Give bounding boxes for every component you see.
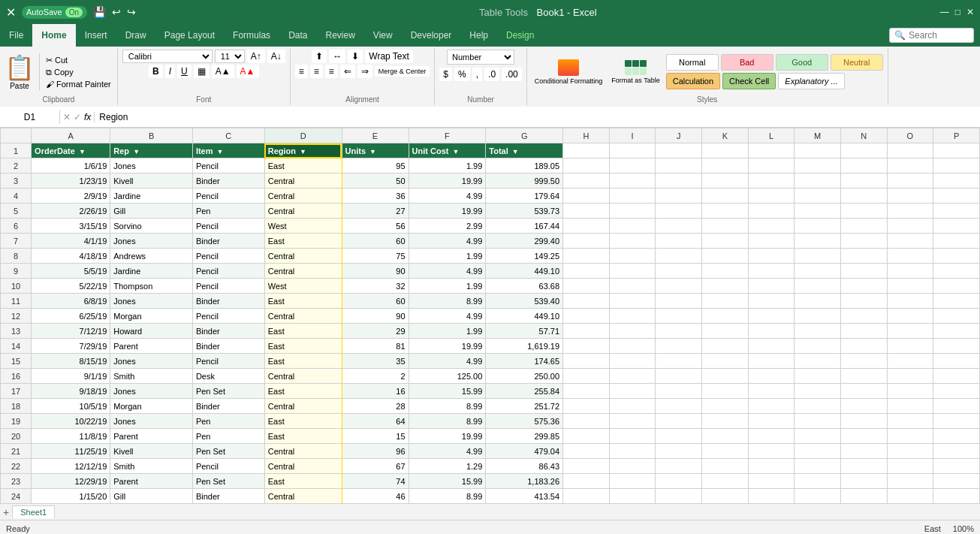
cell-region[interactable]: Central [264,309,342,324]
cell-region[interactable]: Central [264,444,342,459]
col-header-P[interactable]: P [933,128,980,143]
cell-region[interactable]: East [264,294,342,309]
cell-rep[interactable]: Jones [110,354,193,369]
save-icon[interactable]: 💾 [93,6,106,18]
cell-unit-cost[interactable]: 2.99 [409,219,486,234]
cell-item[interactable]: Binder [192,234,264,249]
cell-units[interactable]: 32 [342,279,409,294]
cell-total[interactable]: 63.68 [486,279,563,294]
format-painter-button[interactable]: 🖌 Format Painter [44,79,113,89]
row-num-21[interactable]: 21 [1,444,32,459]
cell-item[interactable]: Pencil [192,279,264,294]
cell-unit-cost[interactable]: 4.99 [409,354,486,369]
cell-total[interactable]: 86.43 [486,459,563,474]
cell-region[interactable]: Central [264,459,342,474]
cell-total[interactable]: 174.65 [486,354,563,369]
cell-total[interactable]: 179.64 [486,189,563,204]
cell-date[interactable]: 11/25/19 [32,444,110,459]
cell-units[interactable]: 27 [342,204,409,219]
cell-date[interactable]: 7/29/19 [32,339,110,354]
cell-total[interactable]: 449.10 [486,309,563,324]
tab-design[interactable]: Design [497,24,543,47]
row-num-14[interactable]: 14 [1,339,32,354]
tab-data[interactable]: Data [279,24,316,47]
cell-total[interactable]: 539.73 [486,204,563,219]
cell-total[interactable]: 575.36 [486,414,563,429]
align-middle-button[interactable]: ↔ [329,50,345,63]
cell-item[interactable]: Binder [192,339,264,354]
style-check-cell-button[interactable]: Check Cell [722,73,776,89]
sheet-tab-sheet1[interactable]: Sheet1 [12,505,55,518]
cell-total[interactable]: 57.71 [486,324,563,339]
cell-units[interactable]: 64 [342,414,409,429]
th-units[interactable]: Units ▼ [342,143,409,158]
cell-units[interactable]: 75 [342,249,409,264]
orderdate-dropdown-arrow[interactable]: ▼ [79,148,86,155]
row-num-9[interactable]: 9 [1,264,32,279]
cell-unit-cost[interactable]: 15.99 [409,474,486,489]
cell-total[interactable]: 1,183.26 [486,474,563,489]
cell-date[interactable]: 6/8/19 [32,294,110,309]
col-header-N[interactable]: N [840,128,887,143]
th-orderdate[interactable]: OrderDate ▼ [32,143,110,158]
cell-units[interactable]: 67 [342,459,409,474]
cell-item[interactable]: Pencil [192,459,264,474]
search-input[interactable] [909,30,969,41]
cell-unit-cost[interactable]: 125.00 [409,369,486,384]
total-dropdown-arrow[interactable]: ▼ [512,148,519,155]
cell-units[interactable]: 60 [342,234,409,249]
cell-unit-cost[interactable]: 19.99 [409,339,486,354]
row-num-3[interactable]: 3 [1,173,32,189]
row-num-17[interactable]: 17 [1,384,32,399]
col-header-A[interactable]: A [32,128,110,143]
cell-unit-cost[interactable]: 8.99 [409,399,486,414]
align-top-button[interactable]: ⬆ [312,50,327,63]
cell-region[interactable]: East [264,354,342,369]
cell-item[interactable]: Pen [192,204,264,219]
cell-units[interactable]: 95 [342,158,409,173]
cell-units[interactable]: 16 [342,384,409,399]
row-num-2[interactable]: 2 [1,158,32,173]
minimize-icon[interactable]: — [940,7,949,17]
cell-region[interactable]: West [264,219,342,234]
style-bad-button[interactable]: Bad [721,54,773,71]
cell-item[interactable]: Binder [192,489,264,504]
cell-rep[interactable]: Jardine [110,189,193,204]
row-num-12[interactable]: 12 [1,309,32,324]
tab-insert[interactable]: Insert [76,24,116,47]
conditional-formatting-button[interactable]: Conditional Formatting [532,56,606,88]
row-num-20[interactable]: 20 [1,429,32,444]
rep-dropdown-arrow[interactable]: ▼ [133,148,140,155]
cell-item[interactable]: Pencil [192,158,264,173]
cell-units[interactable]: 81 [342,339,409,354]
cell-total[interactable]: 299.85 [486,429,563,444]
row-num-19[interactable]: 19 [1,414,32,429]
cell-unit-cost[interactable]: 8.99 [409,294,486,309]
cell-item[interactable]: Pencil [192,309,264,324]
cancel-formula-icon[interactable]: ✕ [63,112,71,122]
number-format-select[interactable]: Number [447,50,514,65]
align-right-button[interactable]: ≡ [325,65,338,78]
cell-item[interactable]: Binder [192,399,264,414]
th-region[interactable]: Region ▼ [264,143,342,158]
col-header-O[interactable]: O [887,128,933,143]
tab-developer[interactable]: Developer [402,24,461,47]
increase-decimal-button[interactable]: .0 [484,68,499,81]
col-header-G[interactable]: G [486,128,563,143]
cell-unit-cost[interactable]: 8.99 [409,489,486,504]
style-explanatory-button[interactable]: Explanatory ... [778,73,844,89]
cell-region[interactable]: Central [264,173,342,189]
undo-icon[interactable]: ↩ [112,6,121,18]
cell-units[interactable]: 90 [342,264,409,279]
cell-rep[interactable]: Thompson [110,279,193,294]
cell-date[interactable]: 4/18/19 [32,249,110,264]
row-num-15[interactable]: 15 [1,354,32,369]
cell-unit-cost[interactable]: 1.99 [409,249,486,264]
cut-button[interactable]: ✂ Cut [44,55,113,66]
cell-date[interactable]: 7/12/19 [32,324,110,339]
cell-date[interactable]: 1/6/19 [32,158,110,173]
cell-unit-cost[interactable]: 1.29 [409,459,486,474]
align-bottom-button[interactable]: ⬇ [348,50,363,63]
cell-date[interactable]: 11/8/19 [32,429,110,444]
cell-units[interactable]: 15 [342,429,409,444]
